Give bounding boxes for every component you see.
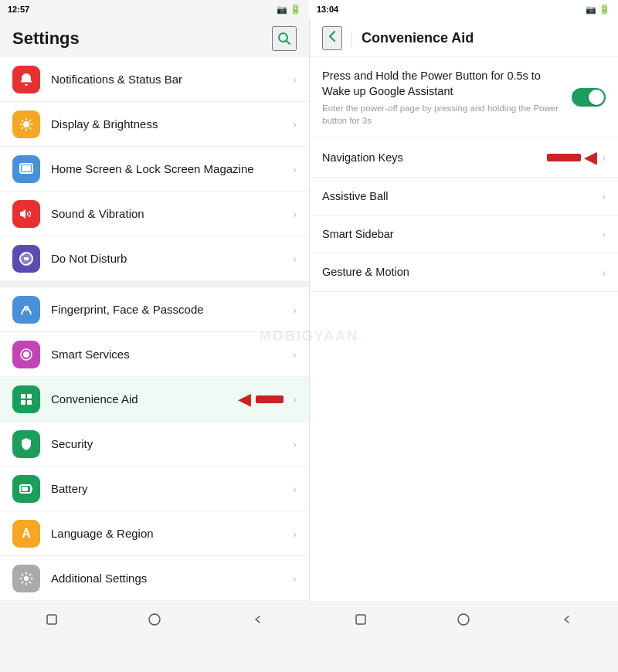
security-chevron: › — [293, 438, 297, 450]
battery-chevron: › — [293, 483, 297, 495]
settings-item-battery[interactable]: Battery › — [0, 467, 309, 511]
settings-item-smartservices[interactable]: Smart Services › — [0, 332, 309, 377]
svg-rect-18 — [356, 615, 365, 624]
svg-point-17 — [149, 614, 160, 625]
left-nav-back[interactable] — [144, 609, 165, 630]
donotdisturb-icon — [12, 245, 40, 273]
right-icon-1: 📷 — [586, 5, 596, 15]
notifications-label: Notifications & Status Bar — [51, 72, 287, 87]
search-button[interactable] — [272, 26, 297, 51]
battery-icon — [12, 475, 40, 503]
language-icon-text: A — [22, 527, 31, 541]
smartservices-label: Smart Services — [51, 347, 287, 362]
language-icon: A — [12, 520, 40, 548]
settings-title: Settings — [12, 29, 80, 49]
smart-sidebar-content: Smart Sidebar — [322, 226, 594, 242]
settings-panel: Settings Notifications & Sta — [0, 19, 309, 601]
settings-item-language[interactable]: A Language & Region › — [0, 511, 309, 556]
detail-panel: Convenience Aid Press and Hold the Power… — [309, 19, 618, 601]
svg-point-15 — [24, 576, 29, 581]
settings-item-fingerprint[interactable]: Fingerprint, Face & Passcode › — [0, 287, 309, 332]
settings-item-donotdisturb[interactable]: Do Not Disturb › — [0, 236, 309, 281]
convenienceaid-icon — [12, 385, 40, 413]
svg-line-1 — [287, 41, 290, 45]
donotdisturb-chevron: › — [293, 253, 297, 265]
smart-sidebar-title: Smart Sidebar — [322, 226, 594, 242]
detail-item-navigation-keys[interactable]: Navigation Keys ◀ › — [310, 138, 618, 178]
status-bars: 12:57 📷 🔋 13:04 📷 🔋 — [0, 0, 618, 19]
sound-label: Sound & Vibration — [51, 206, 287, 222]
svg-rect-8 — [21, 394, 25, 399]
svg-point-19 — [458, 614, 469, 625]
fingerprint-icon — [12, 296, 40, 324]
left-status-bar: 12:57 📷 🔋 — [0, 0, 309, 19]
right-nav-back[interactable] — [453, 609, 474, 630]
right-nav-home[interactable] — [350, 609, 372, 630]
gesture-motion-content: Gesture & Motion — [322, 264, 594, 280]
svg-rect-13 — [22, 487, 28, 491]
detail-item-gesture-motion[interactable]: Gesture & Motion › — [310, 253, 618, 291]
svg-point-6 — [23, 351, 29, 358]
display-label: Display & Brightness — [51, 117, 287, 132]
convenienceaid-label: Convenience Aid — [51, 392, 238, 407]
left-status-icons: 📷 🔋 — [277, 4, 301, 15]
right-status-icons: 📷 🔋 — [586, 4, 610, 15]
power-button-toggle[interactable] — [572, 88, 606, 107]
navigation-arrow-container: ◀ — [547, 149, 597, 166]
section-divider-1 — [0, 281, 309, 287]
detail-list: Press and Hold the Power Button for 0.5s… — [310, 57, 618, 601]
detail-item-assistive-ball[interactable]: Assistive Ball › — [310, 178, 618, 216]
assistive-ball-content: Assistive Ball — [322, 188, 594, 204]
display-icon — [12, 110, 40, 138]
fingerprint-chevron: › — [293, 304, 297, 316]
svg-rect-4 — [22, 165, 31, 171]
settings-item-additional[interactable]: Additional Settings › — [0, 556, 309, 601]
settings-item-sound[interactable]: Sound & Vibration › — [0, 192, 309, 236]
homescreen-label: Home Screen & Lock Screen Magazine — [51, 161, 287, 177]
additional-label: Additional Settings — [51, 571, 287, 586]
settings-item-notifications[interactable]: Notifications & Status Bar › — [0, 57, 309, 102]
svg-rect-14 — [31, 487, 32, 490]
settings-item-display[interactable]: Display & Brightness › — [0, 102, 309, 147]
settings-item-security[interactable]: Security › — [0, 422, 309, 467]
detail-item-power-button[interactable]: Press and Hold the Power Button for 0.5s… — [310, 57, 618, 138]
battery-label: Battery — [51, 481, 287, 497]
main-screens: Settings Notifications & Sta — [0, 19, 618, 601]
smartservices-chevron: › — [293, 348, 297, 361]
detail-title: Convenience Aid — [362, 30, 474, 46]
right-nav — [309, 601, 618, 638]
fingerprint-label: Fingerprint, Face & Passcode — [51, 302, 287, 317]
left-icon-1: 📷 — [277, 5, 287, 15]
settings-header: Settings — [0, 19, 309, 57]
sound-chevron: › — [293, 208, 297, 220]
right-nav-recent[interactable] — [555, 609, 577, 630]
convenienceaid-arrow: ◀ — [238, 389, 251, 409]
left-nav — [0, 601, 309, 638]
gesture-motion-title: Gesture & Motion — [322, 264, 594, 280]
svg-rect-16 — [47, 615, 56, 624]
left-nav-home[interactable] — [41, 609, 63, 630]
language-chevron: › — [293, 528, 297, 540]
settings-item-convenienceaid[interactable]: Convenience Aid ◀ › — [0, 377, 309, 422]
svg-rect-10 — [21, 400, 25, 405]
navigation-bar — [0, 601, 618, 638]
sound-icon — [12, 200, 40, 228]
assistive-ball-chevron: › — [602, 190, 606, 202]
homescreen-icon — [12, 155, 40, 183]
security-label: Security — [51, 436, 287, 452]
convenienceaid-chevron: › — [293, 393, 297, 406]
detail-item-smart-sidebar[interactable]: Smart Sidebar › — [310, 216, 618, 253]
svg-rect-9 — [27, 394, 32, 399]
nav-arrow-head: ◀ — [584, 149, 597, 166]
right-time: 13:04 — [317, 5, 338, 14]
smart-sidebar-chevron: › — [602, 228, 606, 240]
settings-item-homescreen[interactable]: Home Screen & Lock Screen Magazine › — [0, 147, 309, 192]
navigation-keys-title: Navigation Keys — [322, 150, 539, 165]
power-button-content: Press and Hold the Power Button for 0.5s… — [322, 68, 564, 127]
power-button-subtitle: Enter the power-off page by pressing and… — [322, 102, 564, 127]
convenienceaid-arrow-line — [256, 395, 284, 403]
security-icon — [12, 430, 40, 458]
left-nav-recent[interactable] — [246, 609, 268, 630]
svg-point-2 — [23, 121, 29, 127]
back-button[interactable] — [322, 26, 342, 50]
